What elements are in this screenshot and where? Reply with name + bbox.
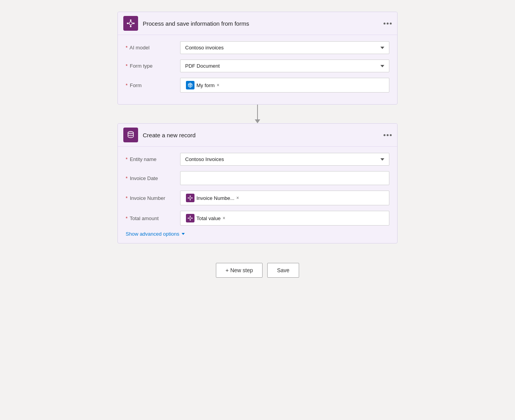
card1-menu[interactable]	[384, 23, 392, 24]
card1-icon	[123, 16, 138, 31]
svg-point-19	[189, 217, 191, 219]
invoice-number-tag-field[interactable]: Invoice Numbe... ×	[180, 191, 389, 205]
forms-icon	[187, 82, 193, 88]
total-value-tag-icon	[186, 214, 194, 222]
my-form-tag-close[interactable]: ×	[217, 83, 219, 88]
entity-name-label: * Entity name	[126, 156, 180, 162]
card1-header: Process and save information from forms	[118, 12, 397, 35]
svg-point-3	[127, 23, 128, 24]
card2-body: * Entity name Contoso Invoices * Invoice…	[118, 147, 397, 243]
my-form-tag-icon	[186, 81, 194, 89]
invoice-date-input[interactable]	[180, 171, 389, 185]
field-invoice-number: * Invoice Number	[126, 191, 389, 205]
total-amount-tag-field[interactable]: Total value ×	[180, 211, 389, 226]
field-invoice-date: * Invoice Date	[126, 171, 389, 185]
form-type-required: *	[126, 63, 128, 69]
entity-name-required: *	[126, 156, 128, 162]
ai-builder-icon	[126, 19, 135, 28]
arrow-line-1	[257, 105, 258, 119]
svg-point-11	[190, 196, 191, 197]
arrow-connector-1	[255, 105, 260, 123]
ai-model-chevron	[380, 47, 384, 49]
card2-header: Create a new record	[118, 124, 397, 147]
form-type-chevron	[380, 65, 384, 67]
ai-model-dropdown[interactable]: Contoso invoices	[180, 41, 389, 54]
dataverse-icon	[126, 131, 135, 139]
svg-point-20	[190, 216, 191, 217]
card1-title: Process and save information from forms	[143, 20, 384, 27]
svg-point-10	[189, 197, 191, 199]
my-form-tag-text: My form	[196, 82, 215, 88]
form-type-value: PDF Document	[185, 63, 220, 69]
invoice-number-label: * Invoice Number	[126, 195, 180, 201]
form-control: My form ×	[180, 78, 389, 93]
total-value-tag-text: Total value	[196, 215, 221, 221]
menu-dot3	[390, 23, 392, 24]
svg-point-4	[133, 23, 135, 24]
form-label: * Form	[126, 82, 180, 88]
form-type-control: PDF Document	[180, 60, 389, 72]
card2-icon	[123, 128, 138, 142]
svg-point-22	[188, 218, 189, 219]
svg-point-1	[130, 19, 131, 21]
menu2-dot2	[387, 134, 389, 136]
invoice-number-required: *	[126, 195, 128, 201]
my-form-tag: My form ×	[184, 80, 222, 90]
field-ai-model: * AI model Contoso invoices	[126, 41, 389, 54]
form-type-dropdown[interactable]: PDF Document	[180, 60, 389, 72]
svg-point-23	[192, 218, 193, 219]
card2-title: Create a new record	[143, 132, 384, 138]
entity-name-dropdown[interactable]: Contoso Invoices	[180, 153, 389, 166]
card1-body: * AI model Contoso invoices * Form type	[118, 35, 397, 104]
ai-model-label: * AI model	[126, 45, 180, 51]
invoice-number-tag: Invoice Numbe... ×	[184, 193, 242, 203]
ai-model-value: Contoso invoices	[185, 45, 224, 51]
field-total-amount: * Total amount	[126, 211, 389, 226]
form-required: *	[126, 82, 128, 88]
ai-model-control: Contoso invoices	[180, 41, 389, 54]
menu2-dot1	[384, 134, 385, 136]
menu-dot2	[387, 23, 389, 24]
ai-builder-tag-icon	[187, 195, 193, 201]
invoice-date-required: *	[126, 175, 128, 181]
invoice-date-control	[180, 171, 389, 185]
total-amount-required: *	[126, 215, 128, 221]
total-amount-label: * Total amount	[126, 215, 180, 221]
menu2-dot3	[390, 134, 392, 136]
arrow-head-1	[255, 119, 260, 123]
svg-point-12	[190, 200, 191, 201]
field-entity-name: * Entity name Contoso Invoices	[126, 153, 389, 166]
invoice-number-tag-icon	[186, 194, 194, 202]
menu-dot1	[384, 23, 385, 24]
svg-point-0	[129, 22, 132, 25]
total-value-tag: Total value ×	[184, 213, 228, 223]
new-step-button[interactable]: + New step	[216, 263, 263, 278]
save-button[interactable]: Save	[267, 263, 299, 278]
field-form-type: * Form type PDF Document	[126, 60, 389, 72]
invoice-number-tag-close[interactable]: ×	[236, 196, 239, 200]
invoice-number-control: Invoice Numbe... ×	[180, 191, 389, 205]
advanced-options-label: Show advanced options	[126, 231, 179, 237]
canvas: Process and save information from forms …	[0, 8, 515, 420]
total-amount-control: Total value ×	[180, 211, 389, 226]
field-form: * Form My form	[126, 78, 389, 93]
card-process-and-save: Process and save information from forms …	[117, 12, 398, 105]
card2-menu[interactable]	[384, 134, 392, 136]
invoice-number-tag-text: Invoice Numbe...	[196, 195, 235, 201]
form-type-label: * Form type	[126, 63, 180, 69]
svg-point-13	[188, 198, 189, 199]
form-tag-field[interactable]: My form ×	[180, 78, 389, 93]
svg-point-14	[192, 198, 193, 199]
svg-point-21	[190, 220, 191, 221]
total-value-tag-close[interactable]: ×	[222, 216, 225, 220]
ai-model-required: *	[126, 45, 128, 51]
show-advanced-options[interactable]: Show advanced options	[126, 231, 389, 237]
entity-name-chevron	[380, 158, 384, 161]
ai-builder-tag-icon2	[187, 215, 193, 221]
svg-point-9	[128, 131, 133, 134]
invoice-date-label: * Invoice Date	[126, 175, 180, 181]
entity-name-control: Contoso Invoices	[180, 153, 389, 166]
bottom-buttons: + New step Save	[216, 263, 299, 278]
card-create-record: Create a new record * Entity name Contos…	[117, 123, 398, 243]
svg-point-2	[130, 26, 131, 27]
